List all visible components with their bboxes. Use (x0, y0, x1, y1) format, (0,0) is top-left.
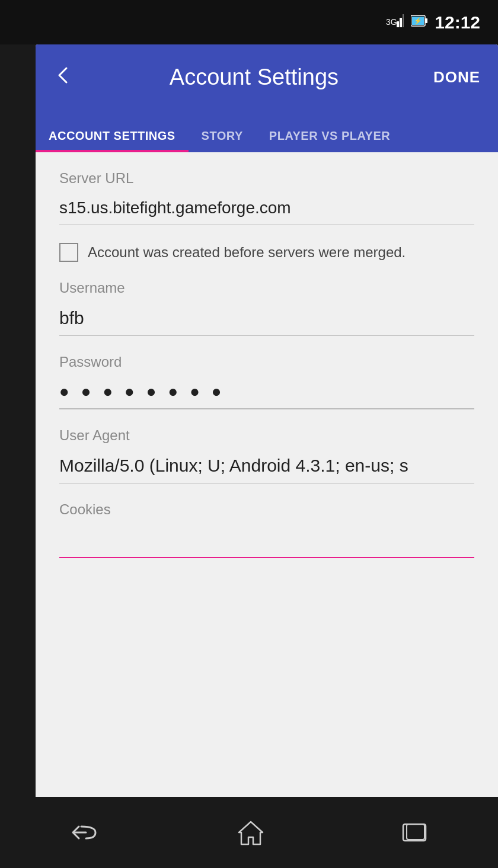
done-button[interactable]: DONE (433, 68, 480, 87)
svg-text:⚡: ⚡ (414, 17, 422, 25)
password-label: Password (59, 354, 474, 370)
nav-back-icon (68, 821, 101, 844)
username-group: Username (59, 280, 474, 336)
user-agent-group: User Agent (59, 427, 474, 483)
svg-rect-1 (397, 21, 399, 27)
nav-back-button[interactable] (68, 821, 101, 844)
cookies-group: Cookies (59, 501, 474, 558)
checkbox-row: Account was created before servers were … (59, 243, 474, 262)
app-container: Account Settings DONE ACCOUNT SETTINGS S… (36, 44, 498, 804)
signal-indicator: 3G (386, 13, 404, 32)
svg-rect-3 (403, 14, 404, 27)
tab-pvp[interactable]: PLAYER VS PLAYER (256, 120, 403, 152)
password-dots: ● ● ● ● ● ● ● ● (59, 375, 474, 409)
page-title: Account Settings (75, 65, 433, 90)
app-header: Account Settings DONE (36, 44, 498, 110)
cookies-label: Cookies (59, 501, 474, 518)
user-agent-input[interactable] (59, 449, 474, 483)
tab-story[interactable]: STORY (189, 120, 256, 152)
merged-checkbox[interactable] (59, 243, 78, 262)
bottom-nav (0, 797, 498, 868)
username-input[interactable] (59, 301, 474, 336)
status-bar: 3G ⚡ 12:12 (0, 0, 498, 44)
svg-rect-10 (407, 824, 424, 840)
back-button[interactable] (53, 65, 75, 89)
svg-rect-5 (425, 18, 427, 23)
username-label: Username (59, 280, 474, 296)
server-url-label: Server URL (59, 170, 474, 187)
svg-rect-2 (400, 18, 402, 27)
nav-home-icon (237, 819, 265, 845)
server-url-group: Server URL (59, 170, 474, 225)
user-agent-label: User Agent (59, 427, 474, 444)
nav-recent-button[interactable] (401, 821, 430, 844)
checkbox-label: Account was created before servers were … (88, 244, 406, 261)
content-area: Server URL Account was created before se… (36, 152, 498, 804)
battery-icon: ⚡ (411, 14, 427, 31)
tab-account-settings[interactable]: ACCOUNT SETTINGS (36, 120, 189, 152)
server-url-input[interactable] (59, 191, 474, 225)
nav-recent-icon (401, 821, 430, 844)
tab-bar: ACCOUNT SETTINGS STORY PLAYER VS PLAYER (36, 110, 498, 152)
status-time: 12:12 (435, 12, 480, 33)
svg-marker-8 (239, 822, 263, 844)
cookies-input[interactable] (59, 523, 474, 558)
password-group: Password ● ● ● ● ● ● ● ● (59, 354, 474, 409)
svg-text:3G: 3G (386, 17, 397, 27)
nav-home-button[interactable] (237, 819, 265, 845)
